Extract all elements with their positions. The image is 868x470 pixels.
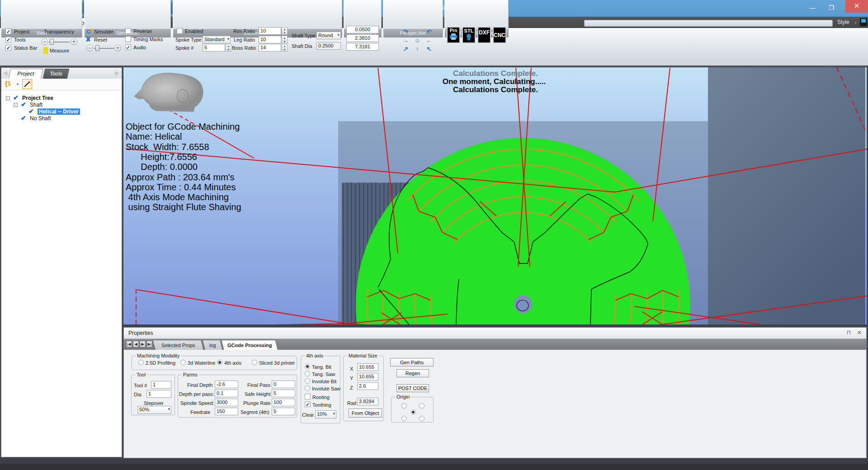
simulate-button[interactable]: Simulate [94,29,113,34]
minimize-button[interactable]: — [805,4,820,13]
sim-slider-minus-button[interactable]: − [86,45,93,52]
boss-ratio-field[interactable]: 14 [259,44,281,52]
tilt-right-arrow-button[interactable]: ↗ [400,45,411,53]
style-strip[interactable] [584,20,833,27]
pin-icon[interactable]: ⊓ [847,329,851,336]
origin-bottom-left-radio[interactable] [401,416,407,421]
coordinate-z-field[interactable]: 7.3181 [346,43,379,51]
tab-scroll-left-icon[interactable]: ◁ [4,70,7,75]
radio-involute-saw[interactable] [305,385,310,391]
maximize-button[interactable]: ❐ [824,4,839,13]
material-y-field[interactable]: 10.655 [357,373,378,381]
sidebar-tab-project[interactable]: Project [9,69,43,79]
tilt-left-arrow-button[interactable]: ↖ [424,45,434,53]
coordinate-x-field[interactable]: 0.0500 [346,26,379,33]
material-z-field[interactable]: 2.6 [357,382,378,390]
safe-height-field[interactable]: 5 [272,390,295,397]
spindle-speed-field[interactable]: 3000 [215,399,238,406]
tools-checkbox[interactable]: ✓ [5,37,11,42]
tree-collapse-box[interactable]: − [6,96,10,100]
radio-4th-axis[interactable] [217,360,222,365]
final-depth-field[interactable]: -2.6 [215,381,238,388]
material-x-field[interactable]: 10.655 [357,363,378,371]
tab-nav-next-button[interactable]: ▶ [140,341,146,348]
tab-gcode-processing[interactable]: GCode Processing [221,340,278,350]
timing-marks-checkbox[interactable] [125,36,131,42]
transparency-plus-button[interactable]: + [71,38,77,45]
measure-ruler-icon[interactable] [43,47,48,54]
shaft-dia-field[interactable]: 0.2500 [316,42,341,50]
rooting-checkbox[interactable] [305,394,311,400]
feedrate-field[interactable]: 150 [215,408,238,415]
pan-up-arrow-button[interactable]: ↑ [412,45,423,53]
radio-25d-profiling[interactable] [138,360,144,365]
tab-nav-last-button[interactable]: ▶| [146,341,152,348]
leg-ratio-field[interactable]: 10 [259,36,281,43]
depth-per-pass-field[interactable]: 0.1 [215,390,238,397]
post-code-button[interactable]: POST CODE [396,384,429,392]
viewport-3d[interactable]: Calculations Complete. One moment, Calcu… [123,67,867,327]
print-output-button[interactable]: Prn [447,27,460,43]
sim-slider-handle[interactable] [95,45,99,51]
pan-down-arrow-button[interactable]: ↓ [412,28,423,36]
audio-checkbox[interactable]: ✓ [125,44,131,50]
shaft-type-dropdown[interactable]: Round [316,32,341,39]
measure-label[interactable]: Measure [50,48,69,53]
transparency-minus-button[interactable]: − [41,38,48,45]
leg-ratio-spinner[interactable]: ▲▼ [282,36,288,43]
radio-tang-saw[interactable] [305,371,310,376]
toothing-checkbox[interactable]: ✓ [305,401,311,407]
spoke-num-field[interactable]: 5 [203,44,225,52]
tab-selected-props[interactable]: Selected Props [152,340,203,350]
from-object-button[interactable]: From Object [349,409,382,418]
reset-view-smiley-button[interactable]: ☺ [412,37,423,44]
transparency-slider-handle[interactable] [50,39,54,45]
origin-top-left-radio[interactable] [401,403,407,409]
tree-item-shaft[interactable]: Shaft [30,102,42,108]
brace-dropdown-chevron[interactable]: ▾ [17,82,19,86]
radio-3d-waterline[interactable] [180,360,186,365]
tab-nav-prev-button[interactable]: ◀ [133,341,139,348]
dia-field[interactable]: 1 [146,390,171,398]
project-checkbox[interactable]: ✓ [5,28,11,34]
tree-item-noshaft[interactable]: No Shaft [30,115,51,122]
tree-item-root[interactable]: Project Tree [22,95,53,101]
tool-num-field[interactable]: 1 [151,381,171,389]
enabled-checkbox[interactable] [177,28,183,34]
tab-log[interactable]: log [202,340,222,350]
tree-item-helical-selected[interactable]: Helical -- Driver [38,108,80,115]
rim-ratio-spinner[interactable]: ▲▼ [282,27,288,35]
origin-top-right-radio[interactable] [419,403,425,409]
material-rad-field[interactable]: 3.8284 [357,398,378,405]
script-brace-icon[interactable]: {$ [5,80,11,87]
properties-close-icon[interactable]: ✕ [857,329,862,336]
clear-dropdown[interactable]: 10% [315,410,336,418]
radio-tang-bit[interactable] [305,364,310,369]
dxf-output-button[interactable]: DXF [477,27,491,43]
origin-bottom-right-radio[interactable] [419,416,425,421]
rotate-cw-arrow-button[interactable]: ↷ [400,28,411,36]
sidebar-tab-tools[interactable]: Tools [43,69,70,79]
sim-slider-plus-button[interactable]: + [114,45,121,52]
style-doc-icon[interactable] [860,18,867,26]
tab-nav-first-button[interactable]: |◀ [126,341,132,348]
gen-paths-button[interactable]: Gen Paths [390,358,434,367]
stepover-dropdown[interactable]: 50% [137,406,171,414]
coordinate-y-field[interactable]: 2.3810 [346,34,379,42]
reverse-checkbox[interactable] [125,28,131,34]
pan-left-arrow-button[interactable]: ← [424,37,434,44]
pointer-arrow-button[interactable] [22,79,32,89]
style-label[interactable]: Style [837,19,849,25]
statusbar-checkbox[interactable]: ✓ [5,45,11,51]
tree-collapse-box-shaft[interactable]: − [14,103,18,107]
cnc-output-button[interactable]: CNC [493,27,506,43]
spoke-type-dropdown[interactable]: Standard [203,36,231,43]
regen-button[interactable]: Regen [396,369,429,377]
close-button[interactable]: ✕ [845,0,868,13]
rim-ratio-field[interactable]: 10 [259,27,281,35]
reset-button[interactable]: Reset [94,37,107,42]
rotate-ccw-arrow-button[interactable]: ↶ [424,28,434,36]
final-pass-field[interactable]: 0 [272,381,295,388]
tab-scroll-right-icon[interactable]: ▷ [115,70,119,75]
radio-sliced-3d-printer[interactable] [252,360,257,365]
